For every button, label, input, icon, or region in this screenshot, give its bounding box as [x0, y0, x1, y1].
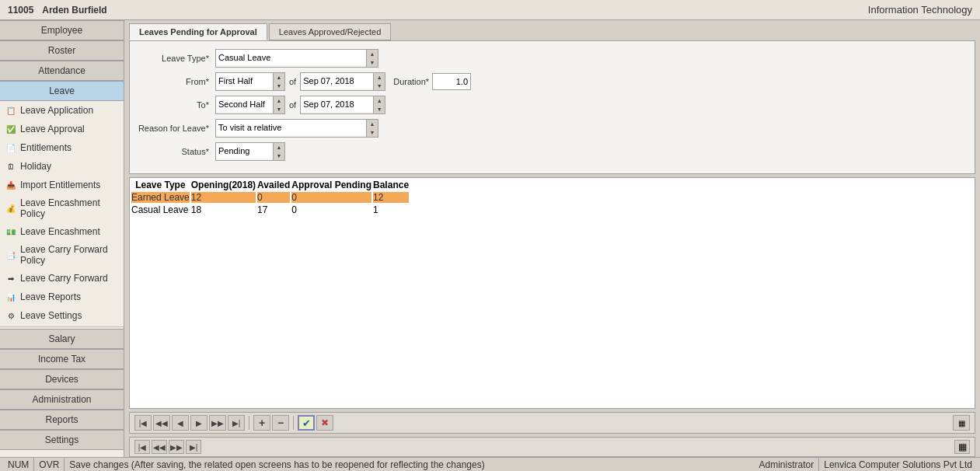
reason-select-wrapper[interactable]: To visit a relative ▲ ▼	[215, 119, 378, 138]
leave-type-spin-down[interactable]: ▼	[367, 58, 378, 67]
tabs-bar: Leaves Pending for Approval Leaves Appro…	[124, 20, 980, 40]
leave-application-icon: 📋	[5, 104, 17, 117]
table-row[interactable]: Casual Leave181701	[131, 204, 409, 215]
nav-next-button[interactable]: ▶	[190, 415, 208, 431]
leave-type-row: Leave Type* Casual Leave ▲ ▼	[138, 49, 967, 68]
nav-prev-button[interactable]: ◀	[172, 415, 189, 431]
from-date-select[interactable]: Sep 07, 2018	[301, 73, 373, 89]
nav-first-button[interactable]: |◀	[134, 415, 152, 431]
sidebar-item-leave-application[interactable]: 📋 Leave Application	[0, 101, 124, 120]
emp-id: 11005	[8, 5, 33, 16]
from-date-spin-btns: ▲ ▼	[373, 73, 385, 90]
from-date-select-wrapper[interactable]: Sep 07, 2018 ▲ ▼	[300, 72, 385, 91]
leave-type-select[interactable]: Casual Leave	[216, 50, 366, 65]
tab-pending[interactable]: Leaves Pending for Approval	[129, 23, 267, 40]
to-date-select[interactable]: Sep 07, 2018	[301, 96, 373, 112]
bottom-nav-prev-page[interactable]: ◀◀	[152, 440, 167, 454]
import-entitlements-icon: 📥	[5, 179, 17, 191]
to-half-spin-down[interactable]: ▼	[274, 105, 284, 113]
sidebar-item-leave-encashment-policy[interactable]: 💰 Leave Encashment Policy	[0, 194, 124, 222]
toolbar-grid-button[interactable]: ▦	[953, 415, 970, 431]
status-spin-up[interactable]: ▲	[274, 143, 284, 152]
status-label: Status*	[138, 147, 215, 156]
to-row: To* First Half Second Half ▲ ▼ of Sep 07…	[138, 96, 967, 114]
reason-spin-down[interactable]: ▼	[367, 128, 378, 137]
status-row: Status* Pending ▲ ▼	[138, 142, 967, 161]
record-toolbar: |◀ ◀◀ ◀ ▶ ▶▶ ▶| + − ✔ ✖ ▦	[129, 412, 975, 434]
leave-carry-forward-policy-icon: 📑	[5, 249, 17, 261]
from-half-spin-up[interactable]: ▲	[274, 73, 284, 82]
sidebar-item-employee[interactable]: Employee	[0, 20, 124, 40]
from-date-spin-down[interactable]: ▼	[374, 82, 385, 90]
status-company: Lenvica Computer Solutions Pvt Ltd	[819, 458, 977, 471]
table-cell: Earned Leave	[131, 192, 190, 203]
status-select-wrapper[interactable]: Pending ▲ ▼	[215, 142, 285, 161]
sidebar-item-holiday[interactable]: 🗓 Holiday	[0, 157, 124, 176]
delete-button[interactable]: −	[272, 415, 289, 431]
col-availed: Availed	[257, 180, 290, 190]
sidebar-item-import-entitlements[interactable]: 📥 Import Entitlements	[0, 176, 124, 194]
duration-input[interactable]	[432, 73, 471, 90]
leave-type-select-wrapper[interactable]: Casual Leave ▲ ▼	[215, 49, 378, 68]
from-half-spin-down[interactable]: ▼	[274, 82, 284, 90]
sidebar-item-reports[interactable]: Reports	[0, 410, 124, 430]
nav-next-page-button[interactable]: ▶▶	[209, 415, 226, 431]
sidebar-item-leave-carry-forward[interactable]: ➡ Leave Carry Forward	[0, 269, 124, 288]
bottom-nav-last[interactable]: ▶|	[186, 440, 201, 454]
sidebar-item-attendance[interactable]: Attendance	[0, 61, 124, 81]
sidebar-item-administration[interactable]: Administration	[0, 389, 124, 410]
table-row[interactable]: Earned Leave120012	[131, 192, 409, 203]
from-half-select-wrapper[interactable]: First Half Second Half ▲ ▼	[215, 72, 285, 91]
leave-balance-table: Leave Type Opening(2018) Availed Approva…	[130, 178, 410, 217]
bottom-nav-first[interactable]: |◀	[134, 440, 150, 454]
bottom-grid-button[interactable]: ▦	[954, 440, 970, 454]
to-date-spin-up[interactable]: ▲	[374, 96, 385, 105]
sidebar-item-leave-encashment[interactable]: 💵 Leave Encashment	[0, 222, 124, 241]
reason-spin-up[interactable]: ▲	[367, 120, 378, 128]
nav-last-button[interactable]: ▶|	[228, 415, 245, 431]
sidebar-item-income-tax[interactable]: Income Tax	[0, 349, 124, 369]
sidebar-item-leave-reports[interactable]: 📊 Leave Reports	[0, 288, 124, 306]
cancel-button[interactable]: ✖	[316, 415, 333, 431]
col-leave-type: Leave Type	[131, 180, 190, 190]
top-header: 11005 Arden Burfield Information Technol…	[0, 0, 980, 20]
sidebar-divider-1	[0, 326, 124, 327]
to-date-spin-btns: ▲ ▼	[373, 96, 385, 113]
sidebar-item-leave-approval[interactable]: ✅ Leave Approval	[0, 120, 124, 138]
add-button[interactable]: +	[253, 415, 270, 431]
leave-encashment-icon: 💵	[5, 225, 17, 238]
duration-label: Duration*	[393, 77, 429, 86]
to-half-select[interactable]: First Half Second Half	[216, 96, 273, 112]
from-date-spin-up[interactable]: ▲	[374, 73, 385, 82]
content-area: Leaves Pending for Approval Leaves Appro…	[124, 20, 980, 457]
from-half-select[interactable]: First Half Second Half	[216, 73, 273, 89]
sidebar-item-leave[interactable]: Leave	[0, 81, 124, 101]
sidebar-item-leave-carry-forward-policy[interactable]: 📑 Leave Carry Forward Policy	[0, 241, 124, 269]
to-half-select-wrapper[interactable]: First Half Second Half ▲ ▼	[215, 96, 285, 114]
tab-approved[interactable]: Leaves Approved/Rejected	[269, 23, 391, 40]
sidebar-item-salary[interactable]: Salary	[0, 329, 124, 349]
nav-prev-page-button[interactable]: ◀◀	[153, 415, 170, 431]
status-message: Save changes (After saving, the related …	[65, 459, 754, 470]
save-button[interactable]: ✔	[298, 415, 315, 431]
leave-approval-icon: ✅	[5, 123, 17, 135]
status-ovr: OVR	[34, 458, 65, 471]
status-select[interactable]: Pending	[216, 143, 273, 159]
sidebar-item-entitlements[interactable]: 📄 Entitlements	[0, 138, 124, 157]
reason-select[interactable]: To visit a relative	[216, 120, 366, 135]
to-date-spin-down[interactable]: ▼	[374, 105, 385, 113]
to-half-spin-up[interactable]: ▲	[274, 96, 284, 105]
status-spin-down[interactable]: ▼	[274, 152, 284, 160]
sidebar-item-roster[interactable]: Roster	[0, 40, 124, 61]
sidebar-item-devices[interactable]: Devices	[0, 369, 124, 389]
to-date-select-wrapper[interactable]: Sep 07, 2018 ▲ ▼	[300, 96, 385, 114]
bottom-nav-bar: |◀ ◀◀ ▶▶ ▶| ▦	[129, 437, 975, 457]
reason-row: Reason for Leave* To visit a relative ▲ …	[138, 119, 967, 138]
from-half-spin-btns: ▲ ▼	[273, 73, 284, 90]
to-half-spin-btns: ▲ ▼	[273, 96, 284, 113]
leave-type-spin-up[interactable]: ▲	[367, 50, 378, 58]
emp-name: Arden Burfield	[42, 5, 106, 16]
sidebar-item-settings[interactable]: Settings	[0, 430, 124, 450]
sidebar-item-leave-settings[interactable]: ⚙ Leave Settings	[0, 306, 124, 325]
bottom-nav-next-page[interactable]: ▶▶	[169, 440, 184, 454]
